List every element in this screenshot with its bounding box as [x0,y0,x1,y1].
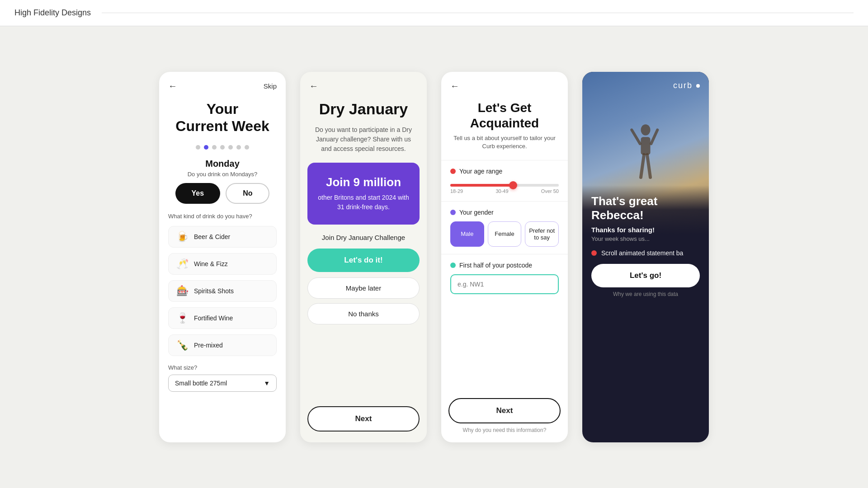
card1-header: ← Skip [159,72,286,96]
card4-top-bar: curb [582,72,709,95]
day-question: Do you drink on Mondays? [159,171,286,183]
size-section: What size? Small bottle 275ml ▼ [159,359,286,401]
card3-next-button[interactable]: Next [448,398,561,423]
week-label: Your week shows us... [591,235,700,242]
card-rebecca: curb [582,72,709,442]
card-acquainted: ← Let's GetAcquainted Tell us a bit abou… [441,72,568,442]
why-info-text: Why do you need this information? [441,427,568,442]
lets-go-button[interactable]: Let's go! [591,264,700,287]
drink-option-beer[interactable]: 🍺 Beer & Cider [168,226,277,248]
slider-thumb[interactable] [509,181,517,189]
card-dry-january: ← Dry January Do you want to participate… [300,72,427,442]
age-label-row: Your age range [441,168,568,180]
postcode-label: First half of your postcode [459,262,532,269]
fortified-icon: 🍷 [176,312,189,324]
rebecca-title: That's great Rebecca! [591,194,700,222]
skip-button[interactable]: Skip [264,82,277,90]
join-sub-text: other Britons and start 2024 with 31 dri… [316,193,410,212]
scroll-statement-row: Scroll animated statement ba [591,249,700,257]
curb-logo-dot [696,84,700,88]
back-arrow-icon-3[interactable]: ← [450,81,459,91]
dot-2 [204,145,208,150]
spirits-icon: 🎰 [176,285,189,297]
drink-option-spirits[interactable]: 🎰 Spirits& Shots [168,280,277,302]
figure-space [582,95,709,185]
svg-line-5 [647,155,651,178]
postcode-input-wrap [441,274,568,301]
thanks-label: Thanks for sharing! [591,226,700,234]
yes-button[interactable]: Yes [175,183,221,204]
fortified-label: Fortified Wine [194,314,233,322]
beer-label: Beer & Cider [194,233,230,240]
slider-labels: 18-29 30-49 Over 50 [450,188,559,194]
gender-prefer-button[interactable]: Prefer not to say [525,221,559,247]
postcode-dot-indicator [450,263,456,268]
join-banner: Join 9 million other Britons and start 2… [307,163,420,225]
gender-male-button[interactable]: Male [450,221,484,247]
card4-bottom: That's great Rebecca! Thanks for sharing… [582,185,709,308]
age-label-18: 18-29 [450,188,463,194]
age-label-50: Over 50 [541,188,559,194]
main-content: ← Skip YourCurrent Week Monday Do you dr… [0,26,868,488]
premixed-icon: 🍾 [176,339,189,351]
size-value: Small bottle 275ml [175,380,227,387]
drink-option-wine[interactable]: 🥂 Wine & Fizz [168,253,277,275]
premixed-label: Pre-mixed [194,342,223,349]
divider-1 [441,160,568,160]
spirits-label: Spirits& Shots [194,287,234,295]
postcode-label-row: First half of your postcode [441,262,568,274]
gender-female-button[interactable]: Female [488,221,522,247]
age-label: Your age range [459,168,502,175]
card4-content: curb [582,72,709,308]
divider-2 [441,201,568,202]
age-slider-container[interactable]: 18-29 30-49 Over 50 [441,180,568,201]
acquainted-subtitle: Tell us a bit about yourself to tailor y… [441,134,568,160]
day-label: Monday [159,155,286,171]
dot-1 [196,145,200,150]
dot-3 [212,145,217,150]
size-select[interactable]: Small bottle 275ml ▼ [168,375,277,392]
gender-label: Your gender [459,209,494,216]
svg-rect-3 [641,137,651,155]
svg-line-1 [632,130,640,144]
lets-do-button[interactable]: Let's do it! [307,249,420,272]
gender-buttons-row: Male Female Prefer not to say [441,221,568,254]
age-label-30: 30-49 [495,188,508,194]
person-silhouette-icon [630,122,661,185]
scroll-dot-icon [591,250,597,256]
age-dot-indicator [450,169,456,174]
drink-option-premixed[interactable]: 🍾 Pre-mixed [168,334,277,356]
dot-6 [236,145,241,150]
back-arrow-icon[interactable]: ← [168,81,177,91]
slider-fill [450,184,513,187]
card3-header: ← [441,72,568,96]
header-divider [102,13,854,13]
progress-dots [159,140,286,155]
size-label: What size? [168,364,277,371]
scroll-text: Scroll animated statement ba [601,249,683,257]
no-button[interactable]: No [226,183,269,204]
maybe-later-button[interactable]: Maybe later [307,277,420,299]
wine-fizz-icon: 🥂 [176,258,189,270]
card2-header: ← [300,72,427,96]
drink-option-fortified[interactable]: 🍷 Fortified Wine [168,307,277,329]
svg-line-4 [641,155,644,178]
header: High Fidelity Designs [0,0,868,26]
dot-4 [220,145,225,150]
slider-track [450,184,559,187]
dot-5 [228,145,233,150]
svg-point-0 [641,124,651,136]
back-arrow-icon-2[interactable]: ← [309,81,318,91]
chevron-down-icon: ▼ [264,380,270,387]
wine-fizz-label: Wine & Fizz [194,260,228,267]
acquainted-title: Let's GetAcquainted [441,96,568,134]
join-big-text: Join 9 million [316,175,410,189]
dot-7 [245,145,249,150]
join-challenge-label: Join Dry January Challenge [300,234,427,241]
header-title: High Fidelity Designs [14,8,91,18]
card2-next-button[interactable]: Next [307,406,420,432]
postcode-input[interactable] [450,274,559,294]
beer-icon: 🍺 [176,231,189,243]
gender-label-row: Your gender [441,209,568,221]
no-thanks-button[interactable]: No thanks [307,303,420,324]
